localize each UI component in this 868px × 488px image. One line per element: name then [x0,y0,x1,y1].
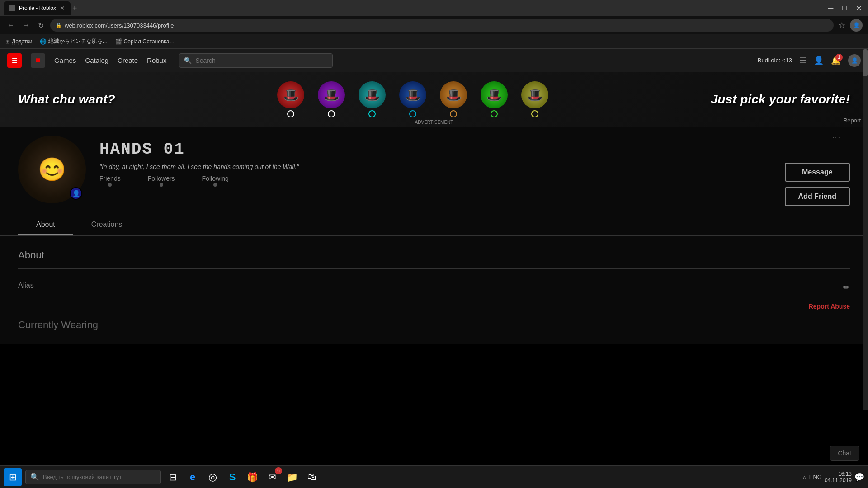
bookmarks-bar: ⊞ Додатки 🌐 絶滅からピンチな肌を… 🎬 Серіал Останов… [0,34,868,49]
nav-create[interactable]: Create [118,56,138,64]
time-display: 16:13 [825,471,852,477]
maximize-button[interactable]: □ [840,4,849,13]
scrollbar-thumb[interactable] [863,49,868,76]
currently-wearing-title: Currently Wearing [18,319,850,331]
ad-item-gold[interactable]: 🎩 [521,81,548,117]
profile-stats: Friends Followers Following [99,175,771,187]
following-label: Following [202,175,229,182]
ad-report-button[interactable]: Report [843,117,861,124]
taskbar-search-icon: 🔍 [30,473,39,481]
tab-creations[interactable]: Creations [73,215,140,235]
address-bar-input[interactable]: 🔒 web.roblox.com/users/1307033446/profil… [50,19,834,32]
edge-icon: e [190,471,195,483]
mail-badge: 6 [275,467,282,474]
ad-text-left: What chu want? [18,92,115,107]
chrome-icon: ◎ [208,471,217,483]
stat-friends: Friends [99,175,121,187]
nav-list-button[interactable]: ☰ [799,56,807,66]
profile-section: 😊 👤 HANDS_01 "In day, at night, I see th… [0,127,868,215]
avatar-container: 😊 👤 [18,136,86,203]
profile-actions: Message Add Friend [785,163,850,206]
profile-tabs: About Creations [0,215,868,236]
ad-item-green[interactable]: 🎩 [481,81,508,117]
ad-item-red[interactable]: 🎩 [277,81,304,117]
roblox-navbar: ☰ ■ Games Catalog Create Robux 🔍 Budl.ol… [0,49,868,72]
taskbar-search-input[interactable] [43,474,133,480]
add-friend-button[interactable]: Add Friend [785,187,850,206]
bookmark-2[interactable]: 🎬 Серіал Остановка… [115,38,175,45]
bookmark-2-icon: 🎬 [115,38,122,45]
nav-catalog[interactable]: Catalog [85,56,108,64]
hamburger-menu-button[interactable]: ☰ [7,53,22,68]
search-icon: 🔍 [184,57,192,64]
bookmark-1[interactable]: 🌐 絶滅からピンチな肌を… [40,38,108,45]
taskbar-store-button[interactable]: 🛍 [304,469,320,485]
taskbar-folder-button[interactable]: 📁 [284,469,300,485]
avatar-badge: 👤 [70,187,82,200]
ad-item-orange[interactable]: 🎩 [440,81,467,117]
avatar-emoji: 😊 [38,156,66,183]
browser-profile-icon: 👤 [853,22,860,28]
bookmark-apps-label: Додатки [12,38,33,45]
taskbar-notify-icon[interactable]: 💬 [854,472,864,482]
ad-item-purple[interactable]: 🎩 [318,81,345,117]
profile-info: HANDS_01 "In day, at night, I see them a… [99,136,771,187]
taskbar-gift-button[interactable]: 🎁 [244,469,260,485]
chat-button[interactable]: Chat [830,446,859,461]
language-label: ENG [809,474,822,480]
nav-games[interactable]: Games [54,56,76,64]
new-tab-button[interactable]: + [72,4,77,13]
more-options-button[interactable]: ··· [832,134,841,142]
stat-following: Following [202,175,229,187]
message-button[interactable]: Message [785,163,850,182]
nav-robux[interactable]: Robux [147,56,166,64]
tab-close-button[interactable]: ✕ [60,5,65,12]
nav-user-label: Budl.ole: <13 [758,57,792,64]
report-abuse-button[interactable]: Report Abuse [18,303,850,310]
followers-label: Followers [148,175,175,182]
bookmark-1-label: 絶滅からピンチな肌を… [48,38,108,45]
search-input[interactable] [195,57,328,64]
mail-icon: ✉ [269,472,276,483]
back-button[interactable]: ← [5,21,16,29]
chat-label: Chat [838,450,851,457]
taskbar-edge-button[interactable]: e [184,469,201,485]
active-tab[interactable]: Profile - Roblox ✕ [4,1,71,15]
taskbar-search-bar[interactable]: 🔍 [25,470,161,484]
gift-icon: 🎁 [247,472,258,483]
bookmark-2-label: Серіал Остановка… [124,38,175,45]
windows-icon: ⊞ [9,472,17,483]
friends-label: Friends [99,175,121,182]
edit-alias-button[interactable]: ✏ [843,282,850,292]
nav-profile-button[interactable]: 👤 [814,56,824,66]
followers-dot [160,183,163,187]
system-tray: ∧ ENG 16:13 04.11.2019 💬 [802,471,864,483]
taskbar-skype-button[interactable]: S [224,469,241,485]
about-section-title: About [18,249,850,261]
about-divider [18,268,850,269]
ad-item-blue[interactable]: 🎩 [399,81,426,117]
page-scrollbar[interactable] [863,49,868,410]
nav-avatar-button[interactable]: 👤 [848,54,861,67]
taskbar-task-view-button[interactable]: ⊟ [165,469,181,485]
close-button[interactable]: ✕ [853,4,864,13]
tray-up-icon[interactable]: ∧ [802,474,807,480]
forward-button[interactable]: → [21,21,32,29]
store-icon: 🛍 [307,472,316,482]
taskbar-chrome-button[interactable]: ◎ [204,469,221,485]
ad-text-right: Just pick your favorite! [711,92,850,107]
browser-profile-button[interactable]: 👤 [850,19,863,32]
search-box[interactable]: 🔍 [179,53,333,68]
taskbar-mail-button[interactable]: ✉ 6 [264,469,280,485]
minimize-button[interactable]: ─ [826,4,836,13]
alias-label: Alias [18,282,34,290]
lock-icon: 🔒 [56,23,62,28]
start-button[interactable]: ⊞ [4,468,22,486]
refresh-button[interactable]: ↻ [36,21,46,30]
ad-item-teal[interactable]: 🎩 [359,81,386,117]
nav-right-area: Budl.ole: <13 ☰ 👤 🔔 1 👤 [758,54,861,67]
bookmark-star-button[interactable]: ☆ [838,20,845,30]
tab-about[interactable]: About [18,215,73,235]
bookmark-apps[interactable]: ⊞ Додатки [5,38,33,45]
alias-field-row: Alias ✏ [18,278,850,297]
